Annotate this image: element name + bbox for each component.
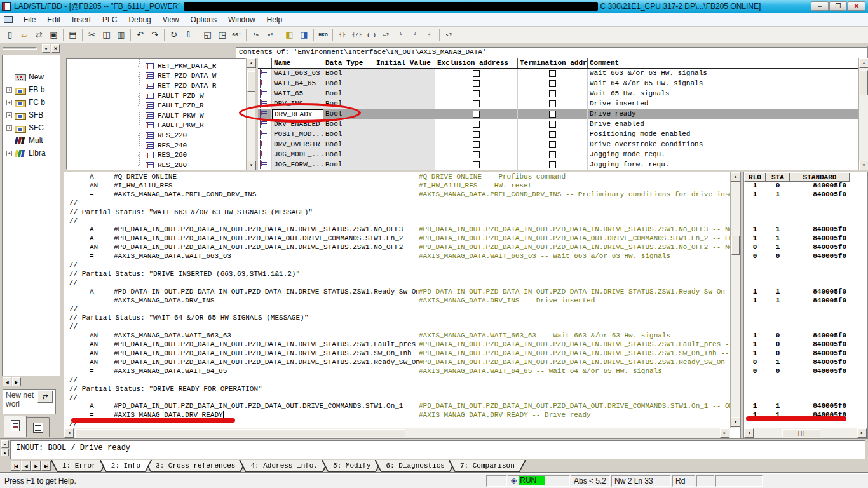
termination-checkbox[interactable] xyxy=(549,151,556,158)
var-type-cell[interactable]: Bool xyxy=(323,150,374,160)
tab-nav-button[interactable]: ▶ xyxy=(31,461,41,471)
var-name-cell[interactable]: WAIT_663_63 xyxy=(272,69,323,79)
stl-code-editor[interactable]: A#Q_DRIVE_ONLINE#Q_DRIVE_ONLINE -- Profi… xyxy=(64,172,741,438)
var-name-cell[interactable]: DRV_INS xyxy=(272,99,323,109)
var-comment-cell[interactable]: Drive ready xyxy=(588,109,858,119)
sidebar-item-sfb[interactable]: +SFB xyxy=(3,109,60,121)
var-type-cell[interactable]: Bool xyxy=(323,89,374,99)
var-comment-cell[interactable]: Positioning mode enabled xyxy=(588,130,858,140)
var-type-cell[interactable]: Bool xyxy=(323,109,374,119)
scroll-down-arrow[interactable]: ▼ xyxy=(247,161,256,170)
code-line[interactable]: // xyxy=(64,306,730,315)
var-table-row[interactable]: WAIT_64_65BoolWait 64 &/or 65 Hw. signal… xyxy=(258,79,858,89)
termination-checkbox[interactable] xyxy=(549,100,556,107)
output-tab-2[interactable]: 2: Info xyxy=(100,460,152,472)
code-vertical-scrollbar[interactable]: ▲ ▼ xyxy=(730,172,740,428)
sidebar-item-fc-b[interactable]: +FC b xyxy=(3,96,60,109)
save-icon[interactable]: ▣ xyxy=(46,28,61,41)
exclusion-checkbox[interactable] xyxy=(473,161,480,168)
interface-tree-item[interactable]: RET_PZD_DATA_R xyxy=(67,81,245,91)
var-comment-cell[interactable]: Drive overstroke conditions xyxy=(588,140,858,150)
next-error-icon[interactable]: »! xyxy=(263,28,278,41)
minimize-button[interactable]: – xyxy=(811,1,829,11)
close-branch-icon[interactable]: ┘ xyxy=(408,28,423,41)
variable-table-scrollbar[interactable]: ▲ ▼ xyxy=(858,58,868,170)
contact-no-icon[interactable]: ┤├ xyxy=(335,28,349,41)
var-initial-value-cell[interactable] xyxy=(374,69,435,79)
column-header-comment[interactable]: Comment xyxy=(588,58,858,68)
var-initial-value-cell[interactable] xyxy=(374,89,435,99)
code-line[interactable]: // xyxy=(64,394,730,403)
interface-tree-item[interactable]: FAULT_PZD_W xyxy=(67,91,245,101)
column-header-data-type[interactable]: Data Type xyxy=(323,58,374,68)
scroll-left-arrow[interactable]: ◀ xyxy=(744,428,754,438)
exclusion-checkbox[interactable] xyxy=(473,80,480,87)
menu-plc[interactable]: PLC xyxy=(97,13,123,26)
var-initial-value-cell[interactable] xyxy=(374,140,435,150)
expand-plus-icon[interactable]: + xyxy=(6,125,12,131)
document-menu-icon[interactable] xyxy=(4,16,13,23)
output-close-button[interactable]: ✕ xyxy=(1,440,9,448)
menu-view[interactable]: View xyxy=(157,13,185,26)
column-header-termination-address[interactable]: Termination address xyxy=(518,58,588,68)
code-line[interactable]: AN#PD_DATA_IN_OUT.PZD_DATA_IN_OUT.PZD_DA… xyxy=(64,243,730,252)
monitor-onoff-icon[interactable]: 66' xyxy=(229,28,244,41)
scroll-down-arrow[interactable]: ▼ xyxy=(859,161,868,170)
var-comment-cell[interactable]: Jogging forw. requ. xyxy=(588,160,858,170)
output-expand-button[interactable]: ▸ xyxy=(1,449,9,456)
view-zoom-icon[interactable]: ◨ xyxy=(297,28,311,41)
view-detail-icon[interactable]: ◧ xyxy=(282,28,297,41)
var-type-cell[interactable]: Bool xyxy=(323,140,374,150)
copy-icon[interactable]: ◫ xyxy=(99,28,114,41)
var-table-row[interactable]: JOG_FORW_...BoolJogging forw. requ. xyxy=(258,160,858,170)
print-icon[interactable]: ▤ xyxy=(65,28,80,41)
menu-debug[interactable]: Debug xyxy=(123,13,156,26)
code-line[interactable]: A#PD_DATA_IN_OUT.PZD_DATA_IN_OUT.PZD_DAT… xyxy=(64,402,730,411)
code-line[interactable]: =#AXIS_MANAG_DATA.DRV_INS#AXIS_MANAG_DAT… xyxy=(64,297,730,306)
coil-icon[interactable]: ( ) xyxy=(364,28,379,41)
help-pointer-icon[interactable]: ↖? xyxy=(442,28,456,41)
var-table-row[interactable]: DRV_ENABLEDBoolDrive enabled xyxy=(258,119,858,130)
status-horizontal-scrollbar[interactable]: ◀ ||| ▶ xyxy=(744,428,867,438)
interface-tree-item[interactable]: FAULT_PKW_R xyxy=(67,121,245,131)
menu-options[interactable]: Options xyxy=(185,13,222,26)
exclusion-checkbox[interactable] xyxy=(473,151,480,158)
cut-icon[interactable]: ✂ xyxy=(85,28,99,41)
scroll-up-arrow[interactable]: ▲ xyxy=(247,58,256,68)
var-name-cell[interactable]: POSIT_MOD... xyxy=(272,130,323,140)
interface-tree-item[interactable]: RES_260 xyxy=(67,150,245,160)
tab-program-elements[interactable] xyxy=(4,416,27,437)
var-comment-cell[interactable]: Drive enabled xyxy=(588,119,858,130)
exclusion-checkbox[interactable] xyxy=(473,100,480,107)
scroll-thumb[interactable] xyxy=(860,70,868,95)
column-header-exclusion-address[interactable]: Exclusion address xyxy=(435,58,518,68)
var-type-cell[interactable]: Bool xyxy=(323,160,374,170)
interface-tree-item[interactable]: FAULT_PZD_R xyxy=(67,100,245,111)
interface-tree-item[interactable]: RES_220 xyxy=(67,130,245,140)
scroll-left-arrow[interactable]: ◀ xyxy=(64,428,74,438)
var-table-row[interactable]: WAIT_663_63BoolWait 663 &/or 63 Hw. sign… xyxy=(258,69,858,79)
menu-edit[interactable]: Edit xyxy=(41,13,66,26)
interface-tree-scrollbar[interactable]: ▲ ▼ xyxy=(246,58,255,170)
var-type-cell[interactable]: Bool xyxy=(323,119,374,130)
var-initial-value-cell[interactable] xyxy=(374,150,435,160)
scroll-thumb[interactable]: ||| xyxy=(782,429,820,437)
exclusion-checkbox[interactable] xyxy=(473,70,480,77)
var-initial-value-cell[interactable] xyxy=(374,79,435,89)
output-tab-1[interactable]: 1: Error xyxy=(51,460,107,472)
code-line[interactable]: // Partial Status: "WAIT 64 &/OR 65 HW S… xyxy=(64,314,730,323)
code-line[interactable]: // xyxy=(64,217,730,226)
code-line[interactable]: // Partial Status: "WAIT 663 &/OR 63 HW … xyxy=(64,208,730,217)
expand-plus-icon[interactable]: + xyxy=(6,100,12,105)
expand-plus-icon[interactable]: + xyxy=(6,112,12,118)
var-initial-value-cell[interactable] xyxy=(374,109,435,119)
termination-checkbox[interactable] xyxy=(549,161,556,168)
var-name-cell[interactable]: DRV_ENABLED xyxy=(272,119,323,130)
menu-window[interactable]: Window xyxy=(222,13,261,26)
code-line[interactable]: AN#PD_DATA_IN_OUT.PZD_DATA_IN_OUT.PZD_DA… xyxy=(64,341,730,349)
code-horizontal-scrollbar[interactable]: ◀ ▶ xyxy=(64,428,730,438)
sidebar-item-sfc[interactable]: +SFC xyxy=(3,121,60,134)
status-column-header-sta[interactable]: STA xyxy=(766,173,790,182)
sidebar-item-fb-b[interactable]: +FB b xyxy=(3,83,60,96)
code-line[interactable]: // Partial Status: "DRIVE INSERTED (663,… xyxy=(64,270,730,279)
